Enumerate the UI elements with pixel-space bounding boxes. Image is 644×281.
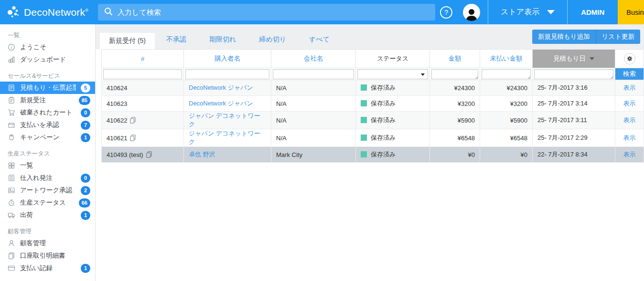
column-header-quote-date-sorted[interactable]: 見積もり日 bbox=[533, 50, 615, 68]
view-link[interactable]: 表示 bbox=[623, 151, 636, 158]
column-header-id[interactable]: # bbox=[102, 50, 184, 68]
sidebar-item-abandoned-carts[interactable]: 破棄されたカート 0 bbox=[0, 106, 95, 119]
status-cell: 保存済み bbox=[356, 129, 430, 147]
unpaid-filter-input[interactable] bbox=[482, 69, 531, 79]
tab-expired[interactable]: 期限切れ bbox=[198, 30, 247, 49]
view-link[interactable]: 表示 bbox=[623, 100, 636, 107]
column-settings-gear-icon[interactable] bbox=[624, 53, 635, 64]
quote-id: 410624 bbox=[102, 80, 184, 96]
help-icon[interactable]: ? bbox=[440, 6, 452, 19]
credit-card-icon bbox=[8, 264, 15, 272]
amount: ¥24300 bbox=[430, 80, 480, 96]
column-header-company[interactable]: 会社名 bbox=[271, 50, 356, 68]
column-header-unpaid[interactable]: 未払い金額 bbox=[480, 50, 533, 68]
abandoned-carts-count-badge: 0 bbox=[81, 108, 90, 117]
table-row-selected[interactable]: 410493 (test) 卓也 野沢 Mark City 保存済み ¥0 ¥0… bbox=[102, 147, 644, 163]
sidebar-item-shipping[interactable]: 出荷 1 bbox=[0, 209, 95, 221]
sidebar-item-quotes[interactable]: 見積もり・伝票起票 5 bbox=[0, 82, 95, 94]
view-link[interactable]: 表示 bbox=[623, 134, 636, 141]
sidebar-item-production-overview[interactable]: 一覧 bbox=[0, 159, 95, 172]
global-search-input[interactable] bbox=[118, 8, 429, 16]
purchase-order-icon bbox=[8, 174, 15, 182]
view-link[interactable]: 表示 bbox=[623, 116, 636, 124]
search-icon bbox=[104, 7, 113, 18]
clipboard-icon bbox=[8, 96, 15, 104]
buyer-link[interactable]: DecoNetwork ジャパン bbox=[189, 100, 253, 107]
date-filter-input[interactable] bbox=[534, 69, 613, 79]
admin-menu[interactable]: ADMIN bbox=[568, 0, 618, 24]
buyer-link[interactable]: ジャパン デコネットワーク bbox=[189, 112, 260, 128]
tab-declined[interactable]: 不承認 bbox=[155, 30, 198, 49]
status-saved-icon bbox=[361, 135, 367, 141]
global-search-box[interactable] bbox=[98, 4, 435, 21]
sidebar-item-dashboard[interactable]: ダッシュボード bbox=[0, 53, 95, 66]
registered-mark: ® bbox=[85, 8, 88, 13]
status-saved-icon bbox=[361, 117, 367, 123]
quote-date: 22- 7月-2017 8:34 bbox=[533, 147, 615, 163]
store-view-menu[interactable]: ストア表示 bbox=[488, 0, 568, 24]
copy-icon[interactable] bbox=[146, 151, 152, 158]
user-avatar[interactable] bbox=[463, 4, 480, 21]
search-filter-button[interactable]: 検索 bbox=[615, 68, 644, 80]
status-cell: 保存済み bbox=[356, 80, 430, 96]
wallet-icon bbox=[8, 121, 15, 129]
toolbar: 新規見積もり追加 リスト更新 bbox=[532, 30, 640, 44]
sidebar-section-title-sales: セールス&サービス bbox=[0, 70, 95, 82]
truck-icon bbox=[8, 211, 15, 219]
buyer-filter-input[interactable] bbox=[185, 69, 269, 79]
quotes-count-badge: 5 bbox=[81, 83, 90, 93]
column-header-amount[interactable]: 金額 bbox=[430, 50, 480, 68]
buyer-link[interactable]: DecoNetwork ジャパン bbox=[189, 84, 253, 91]
amount: ¥0 bbox=[430, 147, 480, 163]
unpaid-amount: ¥24300 bbox=[480, 80, 533, 96]
table-row[interactable]: 410623 DecoNetwork ジャパン N/A 保存済み ¥3200 ¥… bbox=[102, 96, 644, 112]
sort-desc-icon bbox=[590, 57, 594, 60]
business-hub-button[interactable]: Business Hub bbox=[618, 0, 644, 24]
refresh-list-button[interactable]: リスト更新 bbox=[596, 30, 640, 44]
sidebar-item-production-status[interactable]: 生産ステータス 66 bbox=[0, 197, 95, 209]
view-link[interactable]: 表示 bbox=[623, 84, 636, 91]
status-filter-select[interactable] bbox=[357, 69, 428, 79]
dashboard-icon bbox=[8, 56, 15, 63]
new-orders-count-badge: 85 bbox=[79, 96, 90, 105]
unpaid-amount: ¥3200 bbox=[480, 96, 533, 112]
table-row[interactable]: 410622 ジャパン デコネットワーク N/A 保存済み ¥5900 ¥590… bbox=[102, 112, 644, 129]
table-filter-row: 検索 bbox=[102, 68, 644, 80]
brand-logo[interactable]: DecoNetwork® bbox=[0, 4, 98, 21]
select-caret-icon bbox=[421, 73, 425, 76]
company-name: Mark City bbox=[271, 147, 356, 163]
copy-icon[interactable] bbox=[130, 135, 136, 141]
sidebar-item-approve-payments[interactable]: 支払いを承認 7 bbox=[0, 119, 95, 131]
table-header-row: # 購入者名 会社名 ステータス 金額 未払い金額 見積もり日 bbox=[102, 50, 644, 68]
artwork-icon bbox=[8, 187, 15, 194]
sidebar-item-campaigns[interactable]: キャンペーン 1 bbox=[0, 131, 95, 144]
deconetwork-dots-logo-icon bbox=[6, 4, 20, 21]
column-header-buyer[interactable]: 購入者名 bbox=[184, 50, 271, 68]
tab-all[interactable]: すべて bbox=[298, 30, 341, 49]
sidebar-item-artwork-approval[interactable]: アートワーク承認 2 bbox=[0, 184, 95, 197]
copy-icon[interactable] bbox=[130, 117, 136, 124]
app-window: DecoNetwork® ? ストア表示 ADMIN Business Hu bbox=[0, 0, 644, 281]
quote-date: 25- 7月-2017 3:11 bbox=[533, 112, 615, 129]
sidebar-section-title-overview: 一覧 bbox=[0, 30, 95, 41]
chevron-down-icon bbox=[547, 10, 555, 14]
sidebar-item-payment-records[interactable]: 支払い記録 1 bbox=[0, 262, 95, 274]
add-quote-button[interactable]: 新規見積もり追加 bbox=[532, 30, 596, 44]
tab-new-requests[interactable]: 新規受付 (5) bbox=[100, 33, 155, 49]
tab-closed[interactable]: 締め切り bbox=[247, 30, 298, 49]
id-filter-input[interactable] bbox=[103, 69, 182, 79]
amount-filter-input[interactable] bbox=[431, 69, 478, 79]
sidebar-section-title-customers: 顧客管理 bbox=[0, 226, 95, 237]
sidebar-item-welcome[interactable]: ようこそ bbox=[0, 41, 95, 53]
sidebar-item-new-orders[interactable]: 新規受注 85 bbox=[0, 94, 95, 106]
company-filter-input[interactable] bbox=[273, 69, 354, 79]
artwork-approval-count-badge: 2 bbox=[81, 186, 90, 195]
sidebar-item-account-statements[interactable]: 口座取引明細書 bbox=[0, 250, 95, 262]
sidebar-item-purchase-orders[interactable]: 仕入れ発注 0 bbox=[0, 172, 95, 184]
status-cell: 保存済み bbox=[356, 147, 430, 163]
sidebar-item-customer-management[interactable]: 顧客管理 bbox=[0, 237, 95, 250]
buyer-link[interactable]: ジャパン デコネットワーク bbox=[189, 130, 260, 146]
table-row[interactable]: 410624 DecoNetwork ジャパン N/A 保存済み ¥24300 … bbox=[102, 80, 644, 96]
table-row[interactable]: 410621 ジャパン デコネットワーク N/A 保存済み ¥6548 ¥654… bbox=[102, 129, 644, 147]
buyer-link[interactable]: 卓也 野沢 bbox=[189, 151, 215, 158]
